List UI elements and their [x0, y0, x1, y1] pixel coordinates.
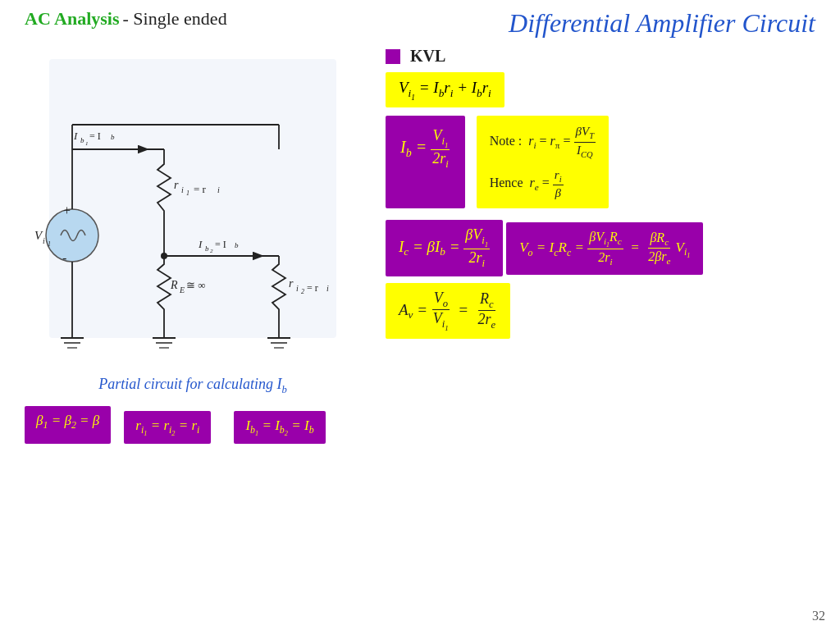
formula-ib: Ib1 = Ib2 = Ib [234, 411, 325, 445]
svg-point-1 [46, 209, 98, 262]
kvl-row: KVL [386, 47, 824, 66]
page-number: 32 [812, 609, 825, 623]
kvl-label: KVL [410, 47, 445, 66]
equation-kvl: Vi1 = Ibri + Ibri [386, 72, 504, 107]
page-title: Differential Amplifier Circuit [227, 8, 815, 39]
svg-text:b: b [111, 133, 115, 141]
main-content: + - V i 1 r i 1 = r i [0, 39, 840, 444]
ib-equation-box: Ib = Vi1 2ri [386, 116, 465, 208]
svg-text:= I: = I [215, 239, 226, 250]
svg-text:b: b [235, 241, 239, 249]
ac-analysis-label: AC Analysis [25, 8, 120, 29]
bottom-formulas: β1 = β2 = β ri1 = ri2 = ri Ib1 = Ib2 = I… [16, 406, 369, 445]
svg-text:1: 1 [85, 140, 89, 147]
note-box: Note : ri = rπ = βVT ICQ Hence re = ri β [477, 116, 609, 208]
left-panel: + - V i 1 r i 1 = r i [16, 43, 369, 444]
svg-text:R: R [170, 279, 178, 291]
svg-text:i: i [43, 236, 45, 245]
svg-text:b: b [205, 244, 209, 253]
svg-text:i: i [217, 185, 220, 194]
formula-beta: β1 = β2 = β [25, 406, 111, 445]
svg-text:b: b [80, 136, 84, 144]
svg-text:I: I [198, 238, 203, 250]
svg-text:E: E [179, 285, 185, 294]
svg-rect-0 [49, 59, 336, 338]
equations-row-2: Ib = Vi1 2ri Note : ri = rπ = βVT ICQ He… [386, 116, 824, 213]
right-panel: KVL Vi1 = Ibri + Ibri Ib = Vi1 2ri Note … [369, 43, 824, 444]
header-left: AC Analysis - Single ended [25, 8, 227, 30]
ic-equation-box: Ic = βIb = βVi1 2ri [386, 220, 503, 276]
svg-text:2: 2 [301, 288, 304, 295]
svg-text:1: 1 [48, 240, 51, 248]
svg-text:r: r [174, 179, 179, 191]
svg-text:= I: = I [89, 130, 101, 142]
svg-text:+: + [62, 203, 71, 217]
header-dash: - Single ended [123, 8, 227, 29]
circuit-diagram: + - V i 1 r i 1 = r i [25, 43, 361, 371]
svg-text:r: r [289, 277, 294, 290]
kvl-bullet [386, 49, 400, 64]
vo-equation-box: Vo = IcRc = βVi1Rc 2ri = βRc 2βre Vi1 [506, 222, 703, 275]
svg-text:2: 2 [210, 248, 213, 254]
circuit-svg: + - V i 1 r i 1 = r i [25, 43, 361, 371]
svg-text:i: i [326, 284, 329, 293]
header: AC Analysis - Single ended Differential … [0, 0, 840, 39]
svg-text:= r: = r [194, 183, 207, 195]
av-equation-box: Av = Vo Vi1 = Rc 2re [386, 283, 510, 339]
svg-text:i: i [181, 185, 184, 194]
svg-text:≅ ∞: ≅ ∞ [186, 279, 206, 291]
svg-text:= r: = r [307, 282, 318, 294]
svg-text:-: - [62, 251, 66, 265]
svg-text:1: 1 [186, 189, 189, 197]
svg-text:I: I [73, 130, 78, 142]
partial-circuit-label: Partial circuit for calculating Ib [16, 376, 369, 396]
svg-text:i: i [296, 284, 299, 293]
formula-ri: ri1 = ri2 = ri [124, 411, 211, 445]
